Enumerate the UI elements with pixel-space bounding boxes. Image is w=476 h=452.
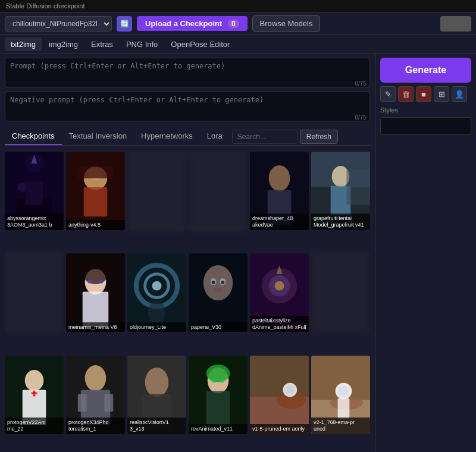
model-card[interactable]: oldjourney_Lite <box>127 253 186 332</box>
model-card[interactable] <box>189 152 248 230</box>
model-card[interactable] <box>5 253 64 332</box>
svg-point-52 <box>25 370 44 391</box>
title-bar: Stable Diffusion checkpoint <box>0 0 476 12</box>
svg-rect-81 <box>338 398 350 419</box>
styles-label: Styles <box>380 106 471 114</box>
model-card-label: v2-1_768-ema-pr uned <box>311 418 370 434</box>
model-card-label: v1-5-pruned-em aonly <box>250 424 309 434</box>
model-card[interactable]: meinamix_meina V8 <box>66 253 125 332</box>
svg-point-35 <box>148 301 166 325</box>
negative-prompt-area: 0/75 <box>5 92 370 123</box>
tool-row: ✎ 🗑 ■ ⊞ 👤 <box>380 86 471 102</box>
grid-button[interactable]: ⊞ <box>434 86 449 102</box>
refresh-button[interactable]: Refresh <box>300 130 338 144</box>
pencil-button[interactable]: ✎ <box>380 86 396 102</box>
model-card-label: realisticVisionV1 3_v13 <box>127 418 186 434</box>
model-card[interactable]: realisticVisionV1 3_v13 <box>127 356 186 434</box>
styles-input[interactable] <box>384 122 474 130</box>
model-card-label: dreamshaper_4B akedVae <box>250 214 309 230</box>
positive-char-count: 0/75 <box>355 80 367 87</box>
model-card-label: abyssorangemix 3AOM3_aom3a1 b <box>5 214 64 230</box>
model-card-label: grapefruitHentai Model_grapefruit v41 <box>311 214 370 230</box>
person-button[interactable]: 👤 <box>452 86 467 102</box>
model-card[interactable]: paperai_V30 <box>189 253 248 332</box>
top-bar-right <box>440 16 471 32</box>
model-card[interactable]: grapefruitHentai Model_grapefruit v41 <box>311 152 370 230</box>
svg-rect-12 <box>66 152 125 230</box>
negative-prompt-input[interactable] <box>5 92 370 121</box>
svg-rect-50 <box>311 253 370 332</box>
model-tabs: Checkpoints Textual Inversion Hypernetwo… <box>5 128 370 146</box>
model-search-input[interactable] <box>232 130 298 144</box>
model-card-label: protogenX34Pho torealism_1 <box>66 418 125 434</box>
model-card-label: revAnimated_v11 <box>189 424 248 434</box>
svg-rect-59 <box>78 394 87 412</box>
svg-rect-13 <box>127 152 186 230</box>
avatar <box>440 16 471 32</box>
model-card[interactable]: anything-v4.5 <box>66 152 125 230</box>
model-card-label: meinamix_meina V8 <box>66 322 125 332</box>
title-text: Stable Diffusion checkpoint <box>6 2 85 10</box>
tab-txt2img[interactable]: txt2img <box>5 37 42 51</box>
svg-point-80 <box>339 385 349 396</box>
model-card[interactable]: protogenX34Pho torealism_1 <box>66 356 125 434</box>
generate-button[interactable]: Generate <box>380 58 471 83</box>
model-card[interactable]: revAnimated_v11 <box>189 356 248 434</box>
svg-point-30 <box>99 280 103 284</box>
main-tabs: txt2img img2img Extras PNG Info OpenPose… <box>0 35 476 54</box>
model-card-label: anything-v4.5 <box>66 220 125 230</box>
model-card[interactable]: pastelMixStylize dAnime_pastelMi xFull <box>250 253 309 332</box>
tab-png-info[interactable]: PNG Info <box>120 37 164 51</box>
svg-point-69 <box>212 378 217 382</box>
right-panel: Generate ✎ 🗑 ■ ⊞ 👤 Styles ✕ ▶ <box>375 54 476 452</box>
model-card[interactable]: v2-1_768-ema-pr uned <box>311 356 370 434</box>
svg-point-67 <box>206 365 230 382</box>
tab-extras[interactable]: Extras <box>85 37 119 51</box>
positive-prompt-area: 0/75 <box>5 58 370 89</box>
tab-checkpoints[interactable]: Checkpoints <box>5 128 62 145</box>
tab-openpose[interactable]: OpenPose Editor <box>165 37 236 51</box>
browse-models-button[interactable]: Browse Models <box>252 15 321 32</box>
svg-rect-68 <box>206 391 230 426</box>
svg-rect-23 <box>346 170 370 205</box>
model-card[interactable]: v1-5-pruned-em aonly <box>250 356 309 434</box>
model-icon-button[interactable]: 🔄 <box>117 16 132 32</box>
model-select[interactable]: chilloutmix_NiPrunedFp32Fix.safeter <box>5 16 112 32</box>
svg-rect-60 <box>104 394 113 412</box>
model-grid: abyssorangemix 3AOM3_aom3a1 b anything-v… <box>5 152 370 452</box>
svg-point-34 <box>152 281 162 291</box>
left-panel: 0/75 0/75 Checkpoints Textual Inversion … <box>0 54 375 452</box>
tab-lora[interactable]: Lora <box>200 128 230 145</box>
model-card-label: paperai_V30 <box>189 322 248 332</box>
positive-prompt-input[interactable] <box>5 58 370 87</box>
top-bar: chilloutmix_NiPrunedFp32Fix.safeter 🔄 Up… <box>0 12 476 35</box>
stop-button[interactable]: ■ <box>416 86 431 102</box>
model-card[interactable]: dreamshaper_4B akedVae <box>250 152 309 230</box>
svg-rect-43 <box>189 253 248 332</box>
model-card[interactable]: abyssorangemix 3AOM3_aom3a1 b <box>5 152 64 230</box>
model-card[interactable]: protogenV22Ani me_22 <box>5 356 64 434</box>
styles-input-row: ✕ ▶ <box>380 117 471 135</box>
model-card[interactable] <box>311 253 370 332</box>
svg-point-70 <box>220 378 224 382</box>
model-card-label: oldjourney_Lite <box>127 322 186 332</box>
svg-point-57 <box>85 365 107 391</box>
upload-count-badge: 0 <box>228 20 239 28</box>
model-card[interactable] <box>127 152 186 230</box>
svg-point-29 <box>88 280 92 284</box>
main-area: 0/75 0/75 Checkpoints Textual Inversion … <box>0 54 476 452</box>
tab-img2img[interactable]: img2img <box>43 37 84 51</box>
negative-char-count: 0/75 <box>355 114 367 121</box>
model-card-label: protogenV22Ani me_22 <box>5 418 64 434</box>
svg-rect-14 <box>189 152 248 230</box>
svg-rect-24 <box>5 253 64 332</box>
upload-checkpoint-button[interactable]: Upload a Checkpoint 0 <box>137 16 248 31</box>
tab-textual-inversion[interactable]: Textual Inversion <box>62 128 134 145</box>
svg-point-75 <box>285 385 295 394</box>
model-card-label: pastelMixStylize dAnime_pastelMi xFull <box>250 316 309 332</box>
svg-point-28 <box>84 268 108 284</box>
trash-button[interactable]: 🗑 <box>398 86 414 102</box>
tab-hypernetworks[interactable]: Hypernetworks <box>134 128 200 145</box>
svg-rect-55 <box>33 390 36 396</box>
